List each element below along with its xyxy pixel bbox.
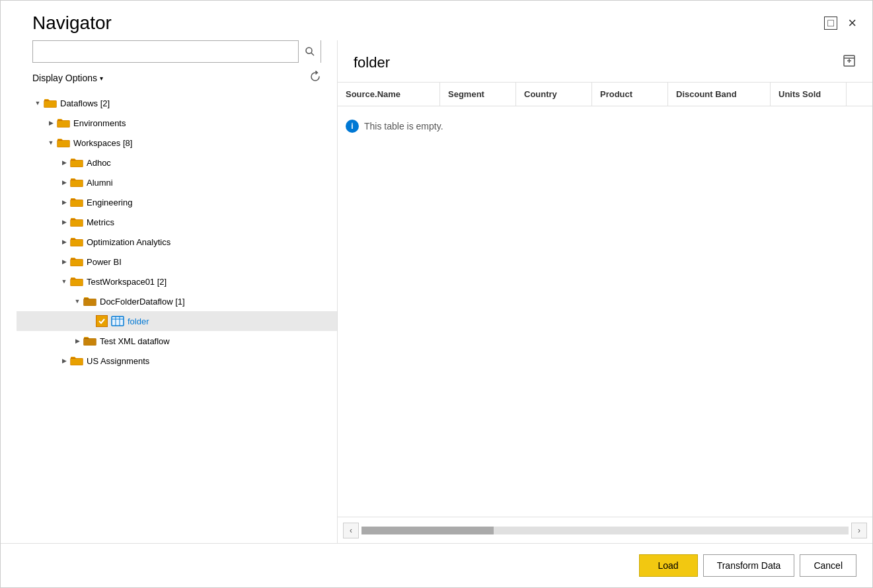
tree-item-environments[interactable]: ▶ Environments (17, 113, 337, 133)
svg-rect-17 (84, 339, 96, 346)
svg-rect-4 (57, 141, 70, 147)
tree-label-power-bi: Power BI (87, 257, 122, 267)
search-input[interactable] (33, 47, 298, 57)
table-header: Source.Name Segment Country Product Disc… (338, 83, 872, 106)
scroll-track[interactable] (361, 527, 849, 534)
horizontal-scrollbar[interactable]: ‹ › (338, 517, 872, 543)
tree-item-adhoc[interactable]: ▶ Adhoc (17, 153, 337, 172)
transform-data-button[interactable]: Transform Data (703, 554, 795, 577)
folder-icon-environments (56, 117, 71, 129)
svg-rect-7 (71, 200, 83, 207)
title-bar: Navigator □ × (1, 1, 872, 40)
chevron-icon-optimization-analytics: ▶ (59, 237, 69, 247)
scroll-right-button[interactable]: › (851, 523, 867, 538)
table-icon-folder (110, 315, 125, 327)
svg-rect-3 (57, 121, 70, 128)
chevron-icon-power-bi: ▶ (59, 256, 69, 267)
folder-icon-alumni (69, 176, 84, 188)
window-controls: □ × (824, 15, 856, 32)
display-options-arrow: ▾ (100, 75, 103, 82)
chevron-icon-adhoc: ▶ (59, 157, 69, 168)
tree-item-alumni[interactable]: ▶ Alumni (17, 172, 337, 192)
left-panel: Display Options ▾ ▼ Dataflows [2]▶ (1, 40, 338, 543)
tree-container: ▼ Dataflows [2]▶ Environments▼ Workspace… (1, 93, 337, 543)
empty-message: i This table is empty. (346, 120, 872, 133)
folder-icon-dataflows (43, 97, 57, 109)
refresh-icon[interactable] (309, 71, 321, 85)
footer: Load Transform Data Cancel (1, 543, 872, 587)
tree-label-folder: folder (128, 316, 149, 326)
chevron-icon-dataflows: ▼ (32, 98, 43, 108)
tree-label-test-xml-dataflow: Test XML dataflow (100, 336, 170, 346)
navigator-dialog: Navigator □ × (0, 0, 873, 588)
scroll-left-button[interactable]: ‹ (343, 523, 359, 538)
folder-icon-docfolderdataflow (83, 295, 97, 307)
col-header-product: Product (592, 83, 668, 106)
close-button[interactable]: × (848, 15, 856, 32)
svg-line-1 (311, 53, 314, 55)
cancel-button[interactable]: Cancel (800, 554, 856, 577)
export-icon[interactable] (842, 54, 856, 71)
svg-rect-9 (71, 240, 83, 246)
right-header: folder (338, 40, 872, 83)
tree-item-folder[interactable]: folder (17, 311, 337, 331)
empty-message-text: This table is empty. (364, 121, 443, 131)
tree-label-metrics: Metrics (87, 217, 114, 227)
tree-label-environments: Environments (73, 118, 126, 128)
tree-item-docfolderdataflow[interactable]: ▼ DocFolderDataflow [1] (17, 291, 337, 311)
chevron-icon-testworkspace01: ▼ (59, 276, 69, 287)
load-button[interactable]: Load (639, 554, 698, 577)
chevron-icon-metrics: ▶ (59, 217, 69, 227)
tree-label-engineering: Engineering (87, 198, 132, 207)
col-header-segment: Segment (440, 83, 516, 106)
svg-rect-12 (84, 299, 96, 306)
table-body: i This table is empty. (338, 106, 872, 517)
svg-rect-8 (71, 220, 83, 227)
folder-icon-engineering (69, 196, 84, 208)
display-options-label: Display Options (32, 73, 97, 83)
folder-title: folder (354, 54, 390, 71)
tree-item-metrics[interactable]: ▶ Metrics (17, 212, 337, 232)
svg-point-0 (306, 48, 312, 54)
search-bar (1, 40, 337, 63)
scroll-thumb[interactable] (361, 527, 494, 534)
folder-icon-testworkspace01 (69, 276, 84, 287)
search-icon (305, 47, 315, 56)
svg-rect-6 (71, 180, 83, 187)
chevron-icon-alumni: ▶ (59, 177, 69, 188)
chevron-icon-workspaces: ▼ (46, 137, 56, 148)
svg-rect-11 (71, 279, 83, 286)
maximize-button[interactable]: □ (824, 17, 837, 30)
col-header-source-name: Source.Name (338, 83, 440, 106)
folder-icon-us-assignments (69, 355, 84, 367)
folder-icon-power-bi (69, 256, 84, 268)
tree-item-workspaces[interactable]: ▼ Workspaces [8] (17, 133, 337, 153)
tree-item-power-bi[interactable]: ▶ Power BI (17, 252, 337, 272)
tree-label-docfolderdataflow: DocFolderDataflow [1] (100, 297, 185, 307)
chevron-icon-docfolderdataflow: ▼ (72, 296, 83, 307)
col-header-units-sold: Units Sold (771, 83, 847, 106)
search-button[interactable] (298, 40, 321, 63)
tree-item-dataflows[interactable]: ▼ Dataflows [2] (17, 93, 337, 113)
col-header-country: Country (516, 83, 592, 106)
col-header-discount-band: Discount Band (668, 83, 771, 106)
tree-label-us-assignments: US Assignments (87, 356, 149, 366)
tree-item-test-xml-dataflow[interactable]: ▶ Test XML dataflow (17, 331, 337, 351)
chevron-icon-folder (85, 316, 96, 326)
search-wrapper (32, 40, 321, 63)
tree-label-optimization-analytics: Optimization Analytics (87, 237, 171, 247)
tree-label-adhoc: Adhoc (87, 158, 111, 168)
display-options-bar: Display Options ▾ (1, 71, 337, 93)
tree-label-alumni: Alumni (87, 178, 113, 188)
svg-rect-18 (71, 359, 83, 365)
chevron-icon-us-assignments: ▶ (59, 355, 69, 366)
tree-item-testworkspace01[interactable]: ▼ TestWorkspace01 [2] (17, 272, 337, 291)
tree-label-workspaces: Workspaces [8] (73, 138, 132, 148)
display-options-button[interactable]: Display Options ▾ (32, 73, 103, 83)
folder-icon-metrics (69, 216, 84, 228)
tree-item-engineering[interactable]: ▶ Engineering (17, 192, 337, 212)
tree-item-us-assignments[interactable]: ▶ US Assignments (17, 351, 337, 371)
svg-rect-13 (112, 316, 124, 326)
tree-item-optimization-analytics[interactable]: ▶ Optimization Analytics (17, 232, 337, 252)
tree-label-dataflows: Dataflows [2] (60, 98, 110, 108)
